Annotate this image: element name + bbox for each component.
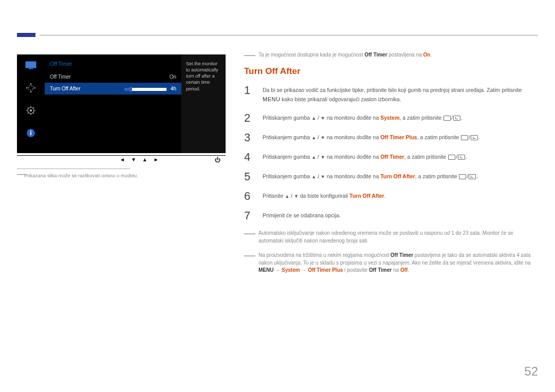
select-icon (461, 135, 468, 140)
enter-icon (471, 135, 478, 140)
osd-screenshot: Off Timer Off Timer On Turn Off After 4h… (17, 54, 226, 153)
select-icon (459, 174, 466, 179)
svg-rect-1 (29, 68, 33, 69)
up-arrow-icon: ▲ (142, 157, 147, 162)
osd-row-off-timer: Off Timer On (45, 71, 181, 83)
osd-row-label: Turn Off After (50, 86, 80, 91)
up-arrow-icon: ▲ (311, 115, 316, 122)
header-rule (40, 35, 538, 35)
up-arrow-icon: ▲ (311, 173, 316, 181)
power-icon: ⏻ (215, 157, 220, 163)
step-6: 6 Pritisnite ▲ / ▼ da biste konfiguriral… (244, 191, 538, 202)
svg-rect-2 (29, 86, 33, 90)
osd-slider (124, 88, 166, 91)
steps-list: 1 Da bi se prikazao vodič za funkcijske … (244, 85, 538, 222)
up-arrow-icon: ▲ (311, 134, 316, 142)
osd-menu-title: Off Timer (45, 59, 181, 71)
caption-rule (17, 169, 130, 169)
svg-rect-15 (30, 132, 31, 135)
svg-line-11 (33, 107, 34, 108)
footnote-1: ― Automatsko isključivanje nakon određen… (244, 230, 538, 245)
down-arrow-icon: ▼ (321, 173, 325, 181)
step-2: 2 Pritiskanjem gumba ▲ / ▼ na monitoru d… (244, 113, 538, 124)
step-7: 7 Primijenit će se odabrana opcija. (244, 210, 538, 221)
down-arrow-icon: ▼ (321, 154, 325, 161)
select-icon (443, 116, 451, 121)
up-arrow-icon: ▲ (311, 154, 316, 161)
osd-navbar: ◄ ▼ ▲ ► ⏻ (17, 155, 226, 163)
step-5: 5 Pritiskanjem gumba ▲ / ▼ na monitoru d… (244, 171, 538, 182)
svg-line-9 (28, 107, 29, 108)
osd-row-label: Off Timer (50, 74, 71, 80)
monitor-icon (21, 57, 41, 74)
osd-hint: Set the monitor to automatically turn of… (181, 54, 226, 153)
step-4: 4 Pritiskanjem gumba ▲ / ▼ na monitoru d… (244, 152, 538, 163)
svg-rect-14 (30, 130, 31, 132)
info-icon (21, 124, 41, 142)
availability-note: ― Ta je mogućnost dostupna kada je moguć… (244, 51, 538, 59)
page-number: 52 (524, 364, 538, 379)
image-caption: ― Prikazana slika može se razlikovati ov… (17, 173, 138, 178)
down-arrow-icon: ▼ (294, 193, 299, 200)
osd-row-turn-off-after: Turn Off After 4h (45, 83, 181, 95)
step-1: 1 Da bi se prikazao vodič za funkcijske … (244, 85, 538, 105)
select-icon (448, 155, 455, 160)
right-arrow-icon: ► (154, 157, 159, 162)
svg-line-12 (28, 113, 29, 114)
footnotes: ― Automatsko isključivanje nakon određen… (244, 230, 538, 274)
left-arrow-icon: ◄ (120, 157, 125, 162)
svg-point-4 (30, 109, 32, 111)
osd-row-value: On (170, 74, 176, 80)
move-icon (21, 79, 41, 97)
up-arrow-icon: ▲ (285, 193, 289, 200)
osd-sidebar (17, 54, 45, 153)
header-accent (17, 33, 35, 37)
section-heading: Turn Off After (244, 66, 538, 77)
gear-icon (21, 102, 41, 119)
down-arrow-icon: ▼ (321, 134, 325, 142)
down-arrow-icon: ▼ (131, 157, 136, 162)
svg-line-10 (33, 113, 34, 114)
enter-icon (453, 116, 460, 121)
main-content: ― Ta je mogućnost dostupna kada je moguć… (244, 51, 538, 282)
down-arrow-icon: ▼ (321, 115, 325, 122)
osd-menu: Off Timer Off Timer On Turn Off After 4h (45, 54, 181, 153)
enter-icon (458, 155, 465, 160)
osd-nav-arrows: ◄ ▼ ▲ ► (120, 157, 159, 162)
step-3: 3 Pritiskanjem gumba ▲ / ▼ na monitoru d… (244, 132, 538, 143)
enter-icon (469, 174, 476, 179)
menu-label: MENU (263, 96, 280, 102)
footnote-2: ― Na proizvodima na tržištima u nekim re… (244, 252, 538, 274)
svg-rect-0 (26, 62, 36, 68)
osd-row-value: 4h (171, 86, 176, 91)
